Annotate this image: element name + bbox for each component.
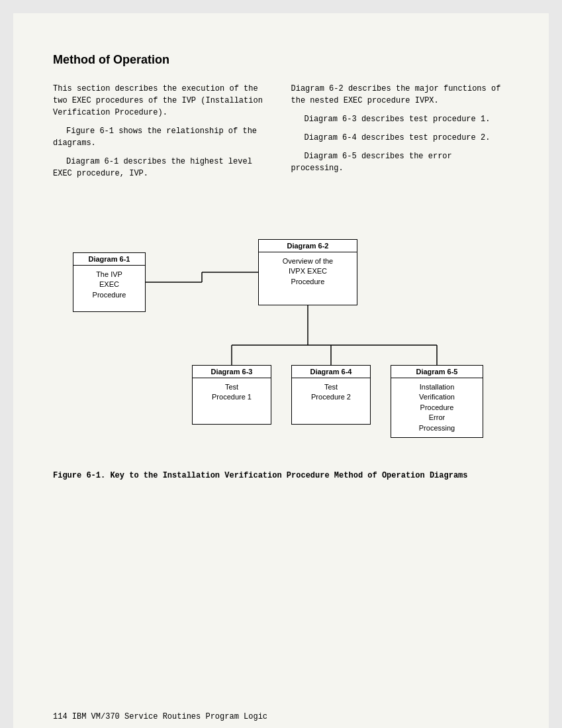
right-column: Diagram 6-2 describes the major function… [291, 83, 510, 186]
diagram-area: Diagram 6-1 The IVPEXECProcedure Diagram… [53, 213, 509, 458]
page: Method of Operation This section describ… [13, 13, 549, 728]
section-title: Method of Operation [53, 53, 509, 67]
box5-header: Diagram 6-5 [391, 366, 483, 378]
diagram-box-1: Diagram 6-1 The IVPEXECProcedure [73, 252, 146, 312]
box4-body: TestProcedure 2 [292, 378, 370, 407]
diagram-box-3: Diagram 6-3 TestProcedure 1 [192, 365, 271, 425]
right-para-4: Diagram 6-5 describes the error processi… [291, 150, 510, 174]
box5-body: InstallationVerificationProcedureErrorPr… [391, 378, 483, 437]
page-footer: 114 IBM VM/370 Service Routines Program … [53, 712, 267, 721]
left-para-3: Diagram 6-1 describes the highest level … [53, 156, 271, 180]
box3-header: Diagram 6-3 [193, 366, 271, 378]
diagram-box-2: Diagram 6-2 Overview of theIVPX EXECProc… [258, 239, 357, 305]
box4-header: Diagram 6-4 [292, 366, 370, 378]
left-column: This section describes the execution of … [53, 83, 271, 186]
right-para-2: Diagram 6-3 describes test procedure 1. [291, 113, 510, 125]
diagram-box-5: Diagram 6-5 InstallationVerificationProc… [391, 365, 483, 438]
intro-columns: This section describes the execution of … [53, 83, 509, 186]
figure-caption: Figure 6-1. Key to the Installation Veri… [53, 471, 509, 480]
box3-body: TestProcedure 1 [193, 378, 271, 407]
box1-body: The IVPEXECProcedure [73, 266, 145, 304]
right-para-3: Diagram 6-4 describes test procedure 2. [291, 132, 510, 144]
right-para-1: Diagram 6-2 describes the major function… [291, 83, 510, 107]
box1-header: Diagram 6-1 [73, 253, 145, 266]
diagram-box-4: Diagram 6-4 TestProcedure 2 [291, 365, 371, 425]
left-para-1: This section describes the execution of … [53, 83, 271, 119]
box2-body: Overview of theIVPX EXECProcedure [259, 252, 357, 291]
left-para-2: Figure 6-1 shows the relationship of the… [53, 125, 271, 149]
box2-header: Diagram 6-2 [259, 240, 357, 252]
